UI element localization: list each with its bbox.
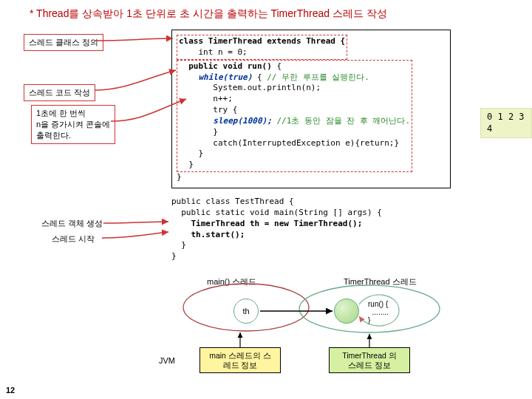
circle-th: th [233, 299, 259, 324]
circle-timer [334, 299, 359, 324]
t-runend: } [179, 160, 194, 169]
c2-l1: public class TestThread { [171, 197, 294, 206]
c2-l5: } [171, 240, 186, 250]
t-println: System.out.println(n); [179, 83, 321, 92]
t-class: class TimerThread extends Thread { [179, 36, 345, 46]
output-box: 0 1 2 3 4 [480, 108, 532, 138]
c2-l4: th.start(); [171, 230, 245, 239]
t-run: public void run() [179, 61, 272, 71]
t-npp: n++; [179, 94, 233, 103]
code-testthread: public class TestThread { public static … [171, 197, 382, 262]
t-while: while(true) [179, 72, 252, 82]
box-timer-info: TimerThread 의 스레드 정보 [329, 347, 410, 373]
page-title: * Thread를 상속받아 1초 단위로 초 시간을 출력하는 TimerTh… [30, 7, 387, 21]
t-n: int n = 0; [179, 47, 248, 57]
t-sleep: sleep(1000); [179, 116, 272, 126]
t-tryend: } [179, 127, 218, 137]
t-clsend: } [177, 172, 182, 182]
label-timer-thread: TimerThread 스레드 [344, 276, 417, 287]
t-run-b: { [272, 61, 282, 71]
box-main-info: main 스레드의 스 레드 정보 [200, 347, 281, 373]
label-note: 1초에 한 번씩 n을 증가시켜 콘솔에 출력한다. [31, 105, 115, 144]
page-number: 12 [6, 386, 15, 395]
t-catch: catch(InterruptedException e){return;} [179, 138, 399, 148]
t-while-c: // 무한 루프를 실행한다. [267, 72, 369, 82]
label-start: 스레드 시작 [52, 233, 95, 245]
label-obj-create: 스레드 객체 생성 [41, 218, 103, 229]
label-code-write: 스레드 코드 작성 [24, 84, 95, 101]
t-while-b: { [252, 72, 267, 82]
label-run: run() { ........ } [368, 300, 389, 324]
c2-l6: } [171, 251, 177, 261]
t-try: try { [179, 105, 237, 115]
t-whend: } [179, 149, 203, 158]
code-timerthread: class TimerThread extends Thread { int n… [171, 30, 451, 188]
c2-l3: TimerThread th = new TimerThread(); [171, 219, 362, 228]
c2-l2: public static void main(String [] args) … [171, 208, 382, 217]
label-main-thread: main() 스레드 [207, 276, 256, 287]
label-class-def: 스레드 클래스 정의 [24, 34, 103, 51]
label-jvm: JVM [159, 356, 175, 365]
t-sleep-c: //1초 동안 잠을 잔 후 깨어난다. [272, 116, 410, 126]
